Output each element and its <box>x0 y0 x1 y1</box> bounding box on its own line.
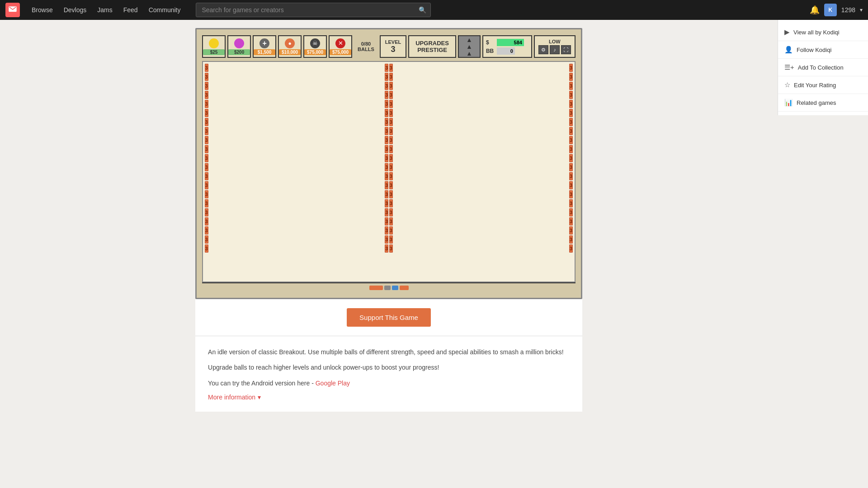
user-count: 1298 <box>841 6 855 14</box>
hud-low-box: LOW ⚙ ♪ ⛶ <box>534 35 576 58</box>
search-container: 🔍 <box>196 3 431 17</box>
ball-price-red: $75,000 <box>330 49 351 55</box>
top-navigation: Browse Devlogs Jams Feed Community 🔍 🔔 K… <box>0 0 868 20</box>
hud-settings-row: ⚙ ♪ ⛶ <box>538 45 571 54</box>
follow-icon: 👤 <box>784 46 793 54</box>
hud-ball-skull[interactable]: ☠ $75,000 <box>303 35 327 58</box>
add-collection-icon: ☰+ <box>784 63 794 71</box>
ball-circle-yellow <box>209 38 219 48</box>
rank-chevrons: ▲ ▲ ▲ <box>466 37 472 56</box>
ball-circle-skull: ☠ <box>310 38 320 48</box>
related-icon: 📊 <box>784 99 793 107</box>
money-bar: 584 <box>497 39 524 46</box>
hud-ball-plus[interactable]: + $1,500 <box>253 35 276 58</box>
hud-ball-red[interactable]: ✕ $75,000 <box>329 35 352 58</box>
ball-price-orange: $10,000 <box>279 49 301 55</box>
hud-money-box: $ 584 BB 0 <box>482 35 532 58</box>
hud-rank-box: ▲ ▲ ▲ <box>458 35 481 58</box>
paddle-blue <box>392 286 398 290</box>
description-line2: Upgrade balls to reach higher levels and… <box>208 362 570 372</box>
game-field: 3 3 3 3 3 3 3 3 3 3 3 3 3 3 3 3 3 <box>202 61 576 282</box>
hud-ball-pink[interactable]: $200 <box>227 35 251 58</box>
settings-btn[interactable]: ⚙ <box>538 45 548 54</box>
ball-circle-red: ✕ <box>335 38 345 48</box>
sidebar-view-all[interactable]: ▶ View all by Kodiqi <box>778 23 868 41</box>
brick-column-center-left: 3 3 3 3 3 3 3 3 3 3 3 3 3 3 3 3 3 <box>385 64 388 280</box>
sound-btn[interactable]: ♪ <box>550 45 560 54</box>
support-button[interactable]: Support This Game <box>347 308 431 327</box>
search-input[interactable] <box>196 3 431 17</box>
google-play-link[interactable]: Google Play <box>316 380 350 387</box>
sidebar-follow[interactable]: 👤 Follow Kodiqi <box>778 41 868 59</box>
paddle-small-orange <box>400 286 409 290</box>
nav-right: 🔔 K 1298 ▾ <box>810 4 863 16</box>
ball-circle-orange: ● <box>285 38 295 48</box>
nav-links: Browse Devlogs Jams Feed Community <box>27 4 185 16</box>
ball-price-yellow: $25 <box>203 49 225 55</box>
main-content: $25 $200 + $1,500 ● $10,000 <box>187 20 590 412</box>
site-logo[interactable] <box>5 3 20 17</box>
sidebar-related-games[interactable]: 📊 Related games <box>778 94 868 112</box>
sidebar-edit-rating[interactable]: ☆ Edit Your Rating <box>778 76 868 94</box>
game-wrapper: $25 $200 + $1,500 ● $10,000 <box>195 28 582 299</box>
paddle-orange <box>369 286 383 290</box>
game-hud: $25 $200 + $1,500 ● $10,000 <box>202 35 576 58</box>
nav-browse[interactable]: Browse <box>27 4 57 16</box>
nav-feed[interactable]: Feed <box>119 4 142 16</box>
support-area: Support This Game <box>195 299 582 336</box>
chevron-down-icon[interactable]: ▾ <box>860 7 863 13</box>
paddle-gray <box>384 286 391 290</box>
page-body: $25 $200 + $1,500 ● $10,000 <box>0 20 868 412</box>
sidebar-add-collection[interactable]: ☰+ Add To Collection <box>778 59 868 76</box>
paddle-group <box>369 286 409 290</box>
ball-circle-plus: + <box>259 38 269 48</box>
game-field-empty-right <box>394 64 569 280</box>
brick-column-right: 3 3 3 3 3 3 3 3 3 3 3 3 3 3 3 3 3 <box>569 64 573 280</box>
nav-community[interactable]: Community <box>144 4 185 16</box>
ball-price-skull: $75,000 <box>304 49 326 55</box>
chevron-down-icon: ▾ <box>258 394 261 401</box>
ball-price-pink: $200 <box>228 49 250 55</box>
nav-devlogs[interactable]: Devlogs <box>59 4 91 16</box>
ball-price-plus: $1,500 <box>254 49 275 55</box>
brick-column-left: 3 3 3 3 3 3 3 3 3 3 3 3 3 3 3 3 3 <box>205 64 208 280</box>
description-area: An idle version of classic Breakout. Use… <box>195 336 582 412</box>
bb-bar: 0 <box>497 47 515 55</box>
description-line1: An idle version of classic Breakout. Use… <box>208 347 570 357</box>
nav-jams[interactable]: Jams <box>93 4 117 16</box>
game-bottom-bar <box>202 282 576 292</box>
ball-count-display: 0/80 BALLS <box>354 41 378 52</box>
star-icon: ☆ <box>784 81 790 89</box>
ball-circle-pink <box>234 38 244 48</box>
fullscreen-btn[interactable]: ⛶ <box>561 45 571 54</box>
description-line3: You can try the Android version here - G… <box>208 378 570 388</box>
brick-column-center-right: 3 3 3 3 3 3 3 3 3 3 3 3 3 3 3 3 3 <box>389 64 393 280</box>
hud-upgrades-box[interactable]: UPGRADES PRESTIGE <box>408 35 456 58</box>
hud-level-box: LEVEL 3 <box>380 35 406 58</box>
hud-ball-orange[interactable]: ● $10,000 <box>278 35 302 58</box>
avatar[interactable]: K <box>824 4 837 16</box>
sidebar-right: ▶ View all by Kodiqi 👤 Follow Kodiqi ☰+ … <box>778 20 868 115</box>
notification-icon[interactable]: 🔔 <box>810 5 820 15</box>
game-field-empty-left <box>209 64 384 280</box>
play-icon: ▶ <box>784 28 790 36</box>
more-info-button[interactable]: More information ▾ <box>208 394 261 401</box>
search-icon: 🔍 <box>419 6 426 14</box>
hud-ball-yellow[interactable]: $25 <box>202 35 226 58</box>
